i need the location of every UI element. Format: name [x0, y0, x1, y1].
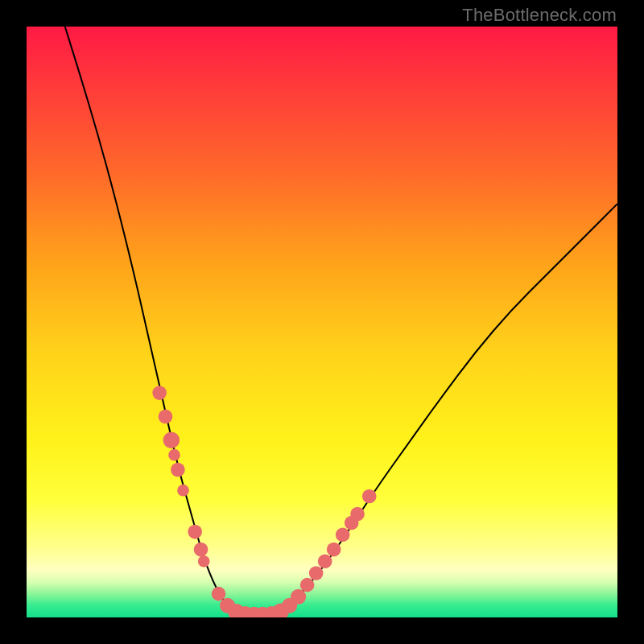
data-marker — [327, 543, 341, 557]
data-marker — [159, 410, 173, 424]
bottleneck-curve — [65, 27, 617, 615]
data-marker — [362, 489, 377, 504]
chart-svg — [27, 27, 617, 617]
data-marker — [171, 463, 185, 477]
data-marker — [163, 432, 180, 449]
data-marker — [336, 527, 350, 542]
data-marker — [177, 485, 189, 497]
data-marker — [318, 554, 332, 568]
data-marker — [198, 555, 210, 568]
data-marker — [212, 587, 226, 601]
data-marker — [309, 566, 324, 580]
data-marker — [291, 589, 306, 605]
chart-plot-area — [27, 27, 617, 617]
attribution-text: TheBottleneck.com — [462, 5, 617, 26]
data-marker — [168, 449, 180, 461]
data-marker — [194, 543, 208, 557]
data-marker — [188, 525, 202, 539]
data-marker — [152, 386, 167, 400]
data-marker — [300, 578, 315, 592]
data-marker — [350, 507, 365, 522]
